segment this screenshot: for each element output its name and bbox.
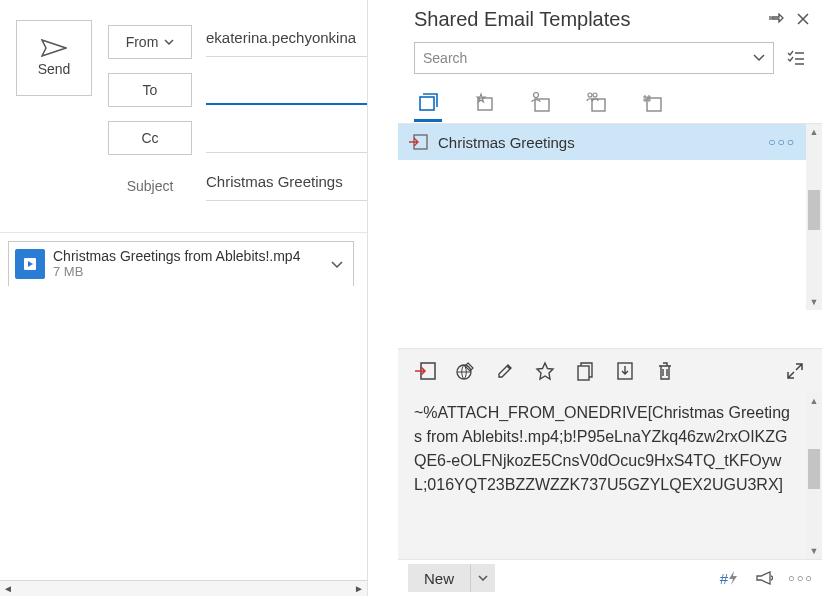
- more-button[interactable]: ○○○: [790, 567, 812, 589]
- chevron-down-icon: [753, 54, 765, 62]
- toolbar-spacer: [690, 356, 770, 386]
- megaphone-icon: [756, 571, 774, 585]
- attachment-menu-button[interactable]: [327, 252, 347, 276]
- edit-button[interactable]: [490, 356, 520, 386]
- compose-body[interactable]: [0, 286, 367, 578]
- scroll-up-button[interactable]: ▲: [806, 124, 822, 140]
- video-file-icon: [15, 249, 45, 279]
- list-scrollbar[interactable]: ▲ ▼: [806, 124, 822, 310]
- panel-title: Shared Email Templates: [414, 8, 762, 31]
- from-button[interactable]: From: [108, 25, 192, 59]
- favorite-button[interactable]: [530, 356, 560, 386]
- preview-scrollbar[interactable]: ▲ ▼: [806, 393, 822, 559]
- close-icon: [796, 12, 810, 26]
- send-column: Send: [0, 20, 108, 212]
- panel-footer: New # ○○○: [398, 560, 822, 596]
- cc-row: Cc: [108, 116, 367, 160]
- send-icon: [41, 39, 67, 57]
- template-more-button[interactable]: ○○○: [768, 135, 796, 149]
- subject-input[interactable]: Christmas Greetings: [206, 171, 367, 201]
- copy-icon: [576, 361, 594, 381]
- templates-list: Christmas Greetings ○○○ ▲ ▼: [398, 124, 822, 310]
- template-name: Christmas Greetings: [438, 134, 575, 151]
- checklist-icon: [787, 50, 805, 66]
- flash-icon: [728, 571, 738, 585]
- scroll-left-button[interactable]: ◄: [0, 583, 16, 594]
- scroll-down-button[interactable]: ▼: [806, 543, 822, 559]
- close-button[interactable]: [792, 8, 814, 30]
- cc-label: Cc: [141, 130, 158, 146]
- new-label: New: [424, 570, 454, 587]
- attachment-chip[interactable]: Christmas Greetings from Ablebits!.mp4 7…: [8, 241, 354, 287]
- download-box-icon: [616, 361, 634, 381]
- subject-row: Subject Christmas Greetings: [108, 164, 367, 208]
- search-row: Search: [398, 38, 822, 84]
- pencil-icon: [496, 362, 514, 380]
- scroll-up-button[interactable]: ▲: [806, 393, 822, 409]
- attachment-name: Christmas Greetings from Ablebits!.mp4: [53, 248, 327, 264]
- tab-macros[interactable]: [638, 86, 666, 122]
- hash-icon: #: [720, 570, 728, 587]
- star-icon: [535, 361, 555, 381]
- panel-header: Shared Email Templates: [398, 0, 822, 38]
- expand-button[interactable]: [780, 356, 810, 386]
- scroll-down-button[interactable]: ▼: [806, 294, 822, 310]
- tab-shared-templates[interactable]: [582, 86, 610, 122]
- cc-input[interactable]: [206, 123, 367, 153]
- tab-favorites[interactable]: [470, 86, 498, 122]
- send-button[interactable]: Send: [16, 20, 92, 96]
- ellipsis-icon: ○○○: [788, 572, 814, 584]
- insert-icon: [414, 362, 436, 380]
- announce-button[interactable]: [754, 567, 776, 589]
- subject-label: Subject: [108, 169, 192, 203]
- scroll-right-button[interactable]: ►: [351, 583, 367, 594]
- to-input[interactable]: [206, 75, 367, 105]
- new-button[interactable]: New: [408, 564, 471, 592]
- tab-my-templates[interactable]: [526, 86, 554, 122]
- svg-rect-3: [535, 99, 549, 111]
- edit-html-button[interactable]: [450, 356, 480, 386]
- attachment-size: 7 MB: [53, 265, 327, 280]
- to-button[interactable]: To: [108, 73, 192, 107]
- globe-pen-icon: [455, 361, 475, 381]
- footer-icons: # ○○○: [718, 567, 812, 589]
- export-button[interactable]: [610, 356, 640, 386]
- svg-rect-12: [578, 366, 589, 380]
- insert-button[interactable]: [410, 356, 440, 386]
- horizontal-scrollbar[interactable]: ◄ ►: [0, 580, 367, 596]
- chevron-down-icon: [478, 575, 488, 581]
- expand-icon: [787, 363, 803, 379]
- trash-icon: [656, 361, 674, 381]
- new-split-button: New: [408, 564, 495, 592]
- search-options-button[interactable]: [784, 46, 808, 70]
- from-value[interactable]: ekaterina.pechyonkina: [206, 27, 367, 57]
- chevron-down-icon: [331, 261, 343, 269]
- pin-button[interactable]: [766, 8, 788, 30]
- preview-body[interactable]: ~%ATTACH_FROM_ONEDRIVE[Christmas Greetin…: [398, 401, 806, 559]
- pin-icon: [769, 11, 785, 27]
- from-label: From: [126, 34, 159, 50]
- chevron-down-icon: [164, 39, 174, 45]
- insert-template-icon: [408, 134, 428, 150]
- send-label: Send: [38, 61, 71, 77]
- delete-button[interactable]: [650, 356, 680, 386]
- person-box-icon: [529, 91, 551, 113]
- templates-panel: Shared Email Templates Search: [398, 0, 822, 596]
- cc-button[interactable]: Cc: [108, 121, 192, 155]
- tab-strip: [398, 84, 822, 124]
- tab-all-templates[interactable]: [414, 86, 442, 122]
- compose-header: Send From ekaterina.pechyonkina To Cc: [0, 0, 367, 212]
- svg-point-4: [534, 93, 539, 98]
- preview-pane: ~%ATTACH_FROM_ONEDRIVE[Christmas Greetin…: [398, 348, 822, 560]
- template-row[interactable]: Christmas Greetings ○○○: [398, 124, 806, 160]
- scroll-thumb[interactable]: [808, 190, 820, 230]
- new-dropdown-button[interactable]: [471, 564, 495, 592]
- compose-pane: Send From ekaterina.pechyonkina To Cc: [0, 0, 368, 596]
- star-box-icon: [473, 91, 495, 113]
- preview-toolbar: [398, 349, 822, 393]
- scroll-thumb[interactable]: [808, 449, 820, 489]
- search-input[interactable]: Search: [414, 42, 774, 74]
- macro-button[interactable]: #: [718, 567, 740, 589]
- svg-rect-2: [478, 98, 492, 110]
- copy-button[interactable]: [570, 356, 600, 386]
